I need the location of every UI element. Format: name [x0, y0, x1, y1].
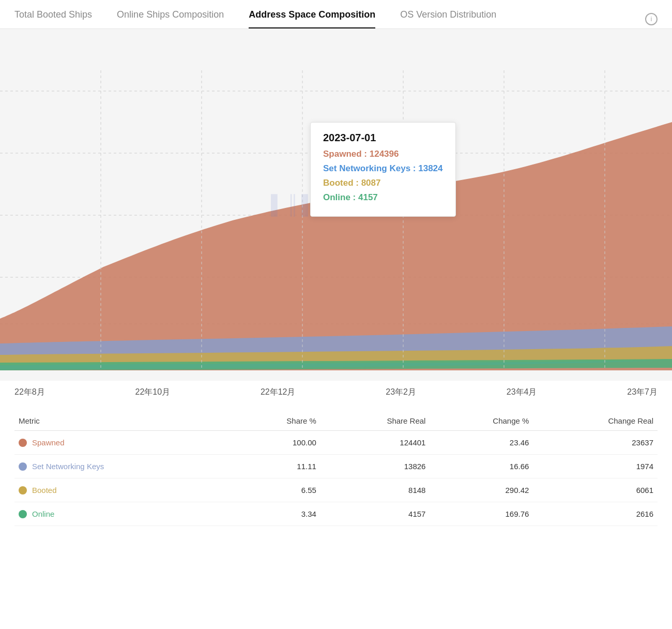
table-row: Set Networking Keys 11.111382616.661974: [14, 455, 658, 478]
metric-name-3: Online: [32, 510, 54, 518]
table-cell-share-real-3: 4157: [320, 502, 430, 526]
col-change-real: Change Real: [533, 411, 658, 431]
table-cell-share-pct-2: 6.55: [232, 478, 320, 502]
col-share-pct: Share %: [232, 411, 320, 431]
col-change-pct: Change %: [430, 411, 533, 431]
table-cell-share-real-2: 8148: [320, 478, 430, 502]
tooltip-networking: Set Networking Keys : 13824: [323, 163, 443, 174]
tooltip-online: Online : 4157: [323, 192, 443, 203]
table-row: Online 3.344157169.762616: [14, 502, 658, 526]
table-cell-metric-0: Spawned: [14, 431, 232, 455]
chart-area: ▌║▌║ 速动力 2023-07-01 Spawned : 124396 Set…: [0, 29, 672, 381]
tab-address-space[interactable]: Address Space Composition: [249, 9, 375, 28]
tab-total-booted[interactable]: Total Booted Ships: [14, 9, 92, 28]
metric-dot-3: [19, 510, 27, 518]
table-section: Metric Share % Share Real Change % Chang…: [0, 403, 672, 541]
table-cell-share-real-1: 13826: [320, 455, 430, 478]
table-cell-share-pct-1: 11.11: [232, 455, 320, 478]
col-metric: Metric: [14, 411, 232, 431]
table-cell-change-real-2: 6061: [533, 478, 658, 502]
x-label-2: 22年12月: [261, 387, 296, 398]
metric-dot-0: [19, 439, 27, 447]
metric-name-2: Booted: [32, 486, 57, 495]
x-label-1: 22年10月: [135, 387, 171, 398]
x-label-5: 23年7月: [627, 387, 658, 398]
metric-name-0: Spawned: [32, 438, 65, 447]
tab-bar: Total Booted Ships Online Ships Composit…: [0, 0, 672, 29]
table-cell-share-pct-3: 3.34: [232, 502, 320, 526]
table-cell-metric-2: Booted: [14, 478, 232, 502]
table-cell-metric-3: Online: [14, 502, 232, 526]
table-row: Booted 6.558148290.426061: [14, 478, 658, 502]
data-table: Metric Share % Share Real Change % Chang…: [14, 411, 658, 526]
table-cell-change-pct-1: 16.66: [430, 455, 533, 478]
info-icon[interactable]: i: [645, 13, 658, 25]
table-cell-share-real-0: 124401: [320, 431, 430, 455]
tooltip-booted: Booted : 8087: [323, 178, 443, 188]
tooltip-spawned: Spawned : 124396: [323, 149, 443, 159]
metric-name-1: Set Networking Keys: [32, 462, 104, 471]
metric-dot-1: [19, 462, 27, 471]
x-label-3: 23年2月: [386, 387, 416, 398]
tooltip-date: 2023-07-01: [323, 132, 443, 144]
x-axis: 22年8月 22年10月 22年12月 23年2月 23年4月 23年7月: [0, 381, 672, 403]
x-label-4: 23年4月: [507, 387, 537, 398]
metric-dot-2: [19, 486, 27, 495]
table-cell-share-pct-0: 100.00: [232, 431, 320, 455]
col-share-real: Share Real: [320, 411, 430, 431]
table-cell-change-pct-0: 23.46: [430, 431, 533, 455]
table-row: Spawned 100.0012440123.4623637: [14, 431, 658, 455]
x-label-0: 22年8月: [14, 387, 45, 398]
table-header-row: Metric Share % Share Real Change % Chang…: [14, 411, 658, 431]
table-cell-change-pct-3: 169.76: [430, 502, 533, 526]
table-cell-change-real-3: 2616: [533, 502, 658, 526]
tab-online-ships[interactable]: Online Ships Composition: [117, 9, 224, 28]
tooltip: 2023-07-01 Spawned : 124396 Set Networki…: [310, 122, 456, 217]
tab-os-version[interactable]: OS Version Distribution: [400, 9, 496, 28]
table-cell-change-real-1: 1974: [533, 455, 658, 478]
table-cell-change-real-0: 23637: [533, 431, 658, 455]
table-cell-change-pct-2: 290.42: [430, 478, 533, 502]
table-cell-metric-1: Set Networking Keys: [14, 455, 232, 478]
